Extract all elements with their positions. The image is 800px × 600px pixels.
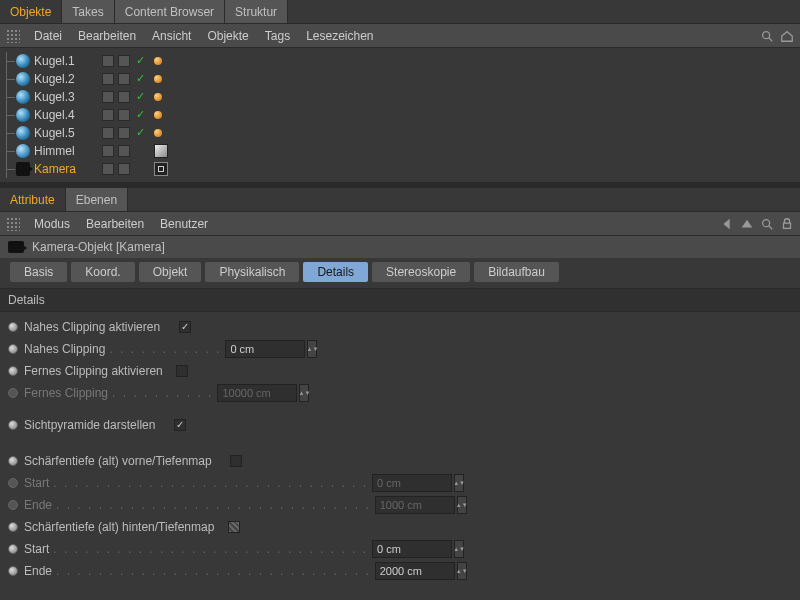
object-name[interactable]: Kugel.5	[34, 126, 90, 140]
anim-bullet[interactable]	[8, 420, 18, 430]
tab-struktur[interactable]: Struktur	[225, 0, 288, 23]
layer-toggle[interactable]	[118, 91, 130, 103]
visible-toggle[interactable]: ✓	[134, 109, 146, 121]
menu-lesezeichen[interactable]: Lesezeichen	[298, 29, 381, 43]
anim-bullet[interactable]	[8, 544, 18, 554]
visible-toggle[interactable]: ✓	[134, 127, 146, 139]
stepper: ▲▼	[454, 474, 464, 492]
object-name[interactable]: Kamera	[34, 162, 90, 176]
visible-toggle[interactable]	[134, 145, 146, 157]
menu-bearbeiten[interactable]: Bearbeiten	[70, 29, 144, 43]
tree-row[interactable]: Kugel.2 ✓	[0, 70, 800, 88]
anim-bullet[interactable]	[8, 366, 18, 376]
nav-up-icon[interactable]	[740, 217, 754, 231]
layer-toggle[interactable]	[118, 127, 130, 139]
layer-toggle[interactable]	[118, 73, 130, 85]
visible-toggle[interactable]: ✓	[134, 55, 146, 67]
grip-icon[interactable]	[6, 217, 20, 231]
nav-back-icon[interactable]	[720, 217, 734, 231]
value-field[interactable]: 0 cm	[372, 540, 452, 558]
anim-bullet[interactable]	[8, 522, 18, 532]
layer-toggle[interactable]	[102, 163, 114, 175]
anim-bullet[interactable]	[8, 322, 18, 332]
proptab-details[interactable]: Details	[303, 262, 368, 282]
checkbox[interactable]	[174, 419, 186, 431]
object-name[interactable]: Kugel.1	[34, 54, 90, 68]
render-dot-icon[interactable]	[154, 57, 162, 65]
anim-bullet[interactable]	[8, 500, 18, 510]
render-dot-icon[interactable]	[154, 129, 162, 137]
value-field[interactable]: 0 cm	[225, 340, 305, 358]
render-dot-icon[interactable]	[154, 93, 162, 101]
tab-ebenen[interactable]: Ebenen	[66, 188, 128, 211]
anim-bullet[interactable]	[8, 566, 18, 576]
checkbox[interactable]	[179, 321, 191, 333]
tab-attribute[interactable]: Attribute	[0, 188, 66, 211]
layer-toggle[interactable]	[102, 73, 114, 85]
tree-row[interactable]: Kugel.1 ✓	[0, 52, 800, 70]
layer-toggle[interactable]	[102, 109, 114, 121]
object-name[interactable]: Kugel.2	[34, 72, 90, 86]
layer-toggle[interactable]	[118, 145, 130, 157]
render-dot-icon[interactable]	[154, 111, 162, 119]
stepper[interactable]: ▲▼	[307, 340, 317, 358]
search-icon[interactable]	[760, 217, 774, 231]
render-dot-icon[interactable]	[154, 75, 162, 83]
checkbox[interactable]	[228, 521, 240, 533]
tree-row[interactable]: Kugel.5 ✓	[0, 124, 800, 142]
material-tag-icon[interactable]	[154, 144, 168, 158]
proptab-basis[interactable]: Basis	[10, 262, 67, 282]
layer-toggle[interactable]	[102, 55, 114, 67]
visible-toggle[interactable]	[134, 163, 146, 175]
menu-datei[interactable]: Datei	[26, 29, 70, 43]
layer-toggle[interactable]	[102, 91, 114, 103]
stepper[interactable]: ▲▼	[457, 562, 467, 580]
tree-row[interactable]: Kamera	[0, 160, 800, 178]
menu-benutzer[interactable]: Benutzer	[152, 217, 216, 231]
tree-row[interactable]: Kugel.4 ✓	[0, 106, 800, 124]
object-name[interactable]: Himmel	[34, 144, 90, 158]
object-name[interactable]: Kugel.4	[34, 108, 90, 122]
menu-modus[interactable]: Modus	[26, 217, 78, 231]
proptab-bildaufbau[interactable]: Bildaufbau	[474, 262, 559, 282]
visible-toggle[interactable]: ✓	[134, 73, 146, 85]
value-field[interactable]: 2000 cm	[375, 562, 455, 580]
anim-bullet[interactable]	[8, 388, 18, 398]
tab-takes[interactable]: Takes	[62, 0, 114, 23]
visible-toggle[interactable]: ✓	[134, 91, 146, 103]
anim-bullet[interactable]	[8, 478, 18, 488]
tab-content-browser[interactable]: Content Browser	[115, 0, 225, 23]
layer-toggle[interactable]	[118, 163, 130, 175]
tree-row[interactable]: Himmel	[0, 142, 800, 160]
lock-icon[interactable]	[780, 217, 794, 231]
prop-near-clip-enable: Nahes Clipping aktivieren	[8, 316, 792, 338]
home-icon[interactable]	[780, 29, 794, 43]
menu-tags[interactable]: Tags	[257, 29, 298, 43]
proptab-objekt[interactable]: Objekt	[139, 262, 202, 282]
prop-label: Schärfentiefe (alt) vorne/Tiefenmap	[24, 454, 212, 468]
proptab-koord[interactable]: Koord.	[71, 262, 134, 282]
layer-toggle[interactable]	[118, 109, 130, 121]
prop-label: Start	[24, 542, 49, 556]
checkbox[interactable]	[230, 455, 242, 467]
layer-toggle[interactable]	[102, 127, 114, 139]
target-tag-icon[interactable]	[154, 162, 168, 176]
anim-bullet[interactable]	[8, 456, 18, 466]
tree-row[interactable]: Kugel.3 ✓	[0, 88, 800, 106]
menu-ansicht[interactable]: Ansicht	[144, 29, 199, 43]
grip-icon[interactable]	[6, 29, 20, 43]
menu-objekte[interactable]: Objekte	[199, 29, 256, 43]
search-icon[interactable]	[760, 29, 774, 43]
stepper[interactable]: ▲▼	[454, 540, 464, 558]
svg-point-0	[763, 31, 770, 38]
tab-objekte[interactable]: Objekte	[0, 0, 62, 23]
proptab-stereoskopie[interactable]: Stereoskopie	[372, 262, 470, 282]
layer-toggle[interactable]	[102, 145, 114, 157]
anim-bullet[interactable]	[8, 344, 18, 354]
menu-bearbeiten[interactable]: Bearbeiten	[78, 217, 152, 231]
layer-toggle[interactable]	[118, 55, 130, 67]
proptab-physikalisch[interactable]: Physikalisch	[205, 262, 299, 282]
stepper: ▲▼	[299, 384, 309, 402]
checkbox[interactable]	[176, 365, 188, 377]
object-name[interactable]: Kugel.3	[34, 90, 90, 104]
